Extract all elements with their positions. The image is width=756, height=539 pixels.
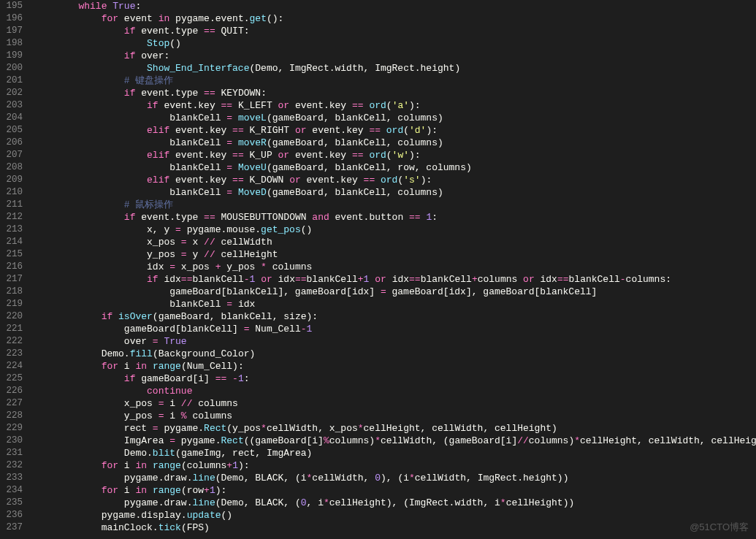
line-number: 196: [0, 12, 23, 25]
code-line[interactable]: elif event.key == K_RIGHT or event.key =…: [33, 124, 756, 137]
line-number: 225: [0, 372, 23, 385]
code-line[interactable]: Stop(): [33, 37, 756, 50]
line-number: 234: [0, 484, 23, 497]
code-line[interactable]: rect = pygame.Rect(y_pos*cellWidth, x_po…: [33, 422, 756, 435]
line-number: 207: [0, 149, 23, 161]
code-line[interactable]: gameBoard[blankCell], gameBoard[idx] = g…: [33, 286, 756, 298]
line-number: 204: [0, 112, 23, 124]
line-number: 197: [0, 25, 23, 37]
line-number: 224: [0, 360, 23, 372]
line-number: 205: [0, 124, 23, 137]
line-number: 233: [0, 472, 23, 484]
line-number: 203: [0, 99, 23, 112]
code-line[interactable]: blankCell = moveL(gameBoard, blankCell, …: [33, 112, 756, 124]
line-number: 202: [0, 87, 23, 99]
code-line[interactable]: ImgArea = pygame.Rect((gameBoard[i]%colu…: [33, 435, 756, 447]
line-number: 214: [0, 236, 23, 248]
line-number: 211: [0, 199, 23, 211]
line-number: 235: [0, 497, 23, 509]
code-line[interactable]: if over:: [33, 50, 756, 62]
line-number: 218: [0, 286, 23, 298]
code-line[interactable]: elif event.key == K_DOWN or event.key ==…: [33, 174, 756, 186]
code-line[interactable]: y_pos = i % columns: [33, 410, 756, 422]
line-number: 231: [0, 447, 23, 459]
line-number: 208: [0, 161, 23, 174]
code-line[interactable]: if event.type == KEYDOWN:: [33, 87, 756, 99]
code-line[interactable]: y_pos = y // cellHeight: [33, 248, 756, 261]
code-editor[interactable]: 1951961971981992002012022032042052062072…: [0, 0, 756, 539]
code-line[interactable]: blankCell = MoveD(gameBoard, blankCell, …: [33, 186, 756, 199]
line-number: 201: [0, 74, 23, 87]
code-line[interactable]: if idx==blankCell-1 or idx==blankCell+1 …: [33, 273, 756, 286]
line-number: 227: [0, 397, 23, 410]
code-line[interactable]: # 鼠标操作: [33, 199, 756, 211]
line-number: 212: [0, 211, 23, 223]
code-line[interactable]: Show_End_Interface(Demo, ImgRect.width, …: [33, 62, 756, 74]
code-line[interactable]: while True:: [33, 0, 756, 12]
line-number: 216: [0, 261, 23, 273]
code-line[interactable]: if event.type == MOUSEBUTTONDOWN and eve…: [33, 211, 756, 223]
line-number: 237: [0, 521, 23, 534]
code-line[interactable]: blankCell = MoveU(gameBoard, blankCell, …: [33, 161, 756, 174]
line-number: 222: [0, 335, 23, 348]
line-number: 200: [0, 62, 23, 74]
line-number: 228: [0, 410, 23, 422]
line-number: 198: [0, 37, 23, 50]
line-number: 213: [0, 223, 23, 236]
code-line[interactable]: elif event.key == K_UP or event.key == o…: [33, 149, 756, 161]
code-line[interactable]: x, y = pygame.mouse.get_pos(): [33, 223, 756, 236]
line-number: 217: [0, 273, 23, 286]
line-number: 220: [0, 310, 23, 323]
code-line[interactable]: if event.type == QUIT:: [33, 25, 756, 37]
code-line[interactable]: pygame.display.update(): [33, 509, 756, 521]
line-number-gutter: 1951961971981992002012022032042052062072…: [0, 0, 33, 539]
code-line[interactable]: for i in range(Num_Cell):: [33, 360, 756, 372]
code-line[interactable]: over = True: [33, 335, 756, 348]
line-number: 226: [0, 385, 23, 397]
line-number: 230: [0, 435, 23, 447]
code-line[interactable]: for i in range(columns+1):: [33, 459, 756, 472]
code-line[interactable]: blankCell = idx: [33, 298, 756, 310]
line-number: 232: [0, 459, 23, 472]
code-line[interactable]: continue: [33, 385, 756, 397]
code-line[interactable]: mainClock.tick(FPS): [33, 521, 756, 534]
watermark: @51CTO博客: [690, 521, 749, 533]
code-line[interactable]: gameBoard[blankCell] = Num_Cell-1: [33, 323, 756, 335]
code-line[interactable]: if gameBoard[i] == -1:: [33, 372, 756, 385]
code-line[interactable]: # 键盘操作: [33, 74, 756, 87]
line-number: 206: [0, 137, 23, 149]
code-line[interactable]: if isOver(gameBoard, blankCell, size):: [33, 310, 756, 323]
line-number: 219: [0, 298, 23, 310]
code-line[interactable]: if event.key == K_LEFT or event.key == o…: [33, 99, 756, 112]
code-line[interactable]: blankCell = moveR(gameBoard, blankCell, …: [33, 137, 756, 149]
line-number: 209: [0, 174, 23, 186]
line-number: 229: [0, 422, 23, 435]
code-line[interactable]: pygame.draw.line(Demo, BLACK, (i*cellWid…: [33, 472, 756, 484]
code-line[interactable]: pygame.draw.line(Demo, BLACK, (0, i*cell…: [33, 497, 756, 509]
line-number: 236: [0, 509, 23, 521]
code-line[interactable]: idx = x_pos + y_pos * columns: [33, 261, 756, 273]
code-line[interactable]: x_pos = x // cellWidth: [33, 236, 756, 248]
code-line[interactable]: for i in range(row+1):: [33, 484, 756, 497]
code-line[interactable]: x_pos = i // columns: [33, 397, 756, 410]
code-line[interactable]: Demo.blit(gameImg, rect, ImgArea): [33, 447, 756, 459]
code-line[interactable]: for event in pygame.event.get():: [33, 12, 756, 25]
code-line[interactable]: Demo.fill(Background_Color): [33, 348, 756, 360]
line-number: 210: [0, 186, 23, 199]
line-number: 223: [0, 348, 23, 360]
line-number: 195: [0, 0, 23, 12]
line-number: 221: [0, 323, 23, 335]
line-number: 215: [0, 248, 23, 261]
code-content[interactable]: while True: for event in pygame.event.ge…: [33, 0, 756, 539]
line-number: 199: [0, 50, 23, 62]
